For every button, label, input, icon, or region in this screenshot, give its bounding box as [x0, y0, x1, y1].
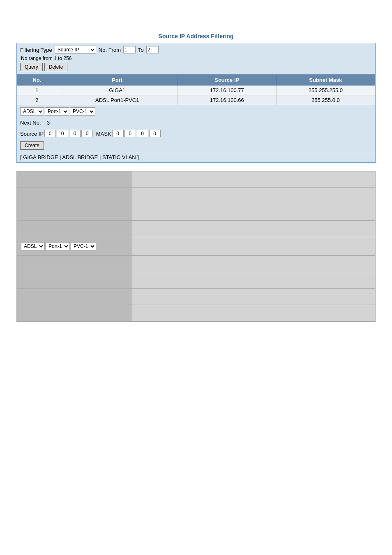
- source-ip-octet1[interactable]: [44, 130, 56, 137]
- table-header-row: No. Port Source IP Subnet Mask: [17, 75, 375, 86]
- footer-links: [ GIGA BRIDGE | ADSL BRIDGE | STATIC VLA…: [17, 152, 375, 162]
- next-no-label: Next No:: [20, 120, 41, 126]
- gray-cell-left: [17, 171, 132, 188]
- gray-pvc-select[interactable]: PVC-1 PVC-2: [71, 242, 96, 250]
- no-from-input[interactable]: [123, 46, 136, 53]
- gray-cell-right: [132, 188, 375, 204]
- source-ip-octet4[interactable]: [81, 130, 93, 137]
- gray-port-row: ADSL GIGA Port-1 Port-2 PVC-1 PVC-2: [21, 242, 128, 250]
- gray-cell-left: [17, 256, 132, 272]
- page-title: Source IP Address Filtering: [16, 33, 376, 39]
- cell-port: GIGA1: [57, 86, 178, 95]
- gray-row: [17, 305, 375, 321]
- port-select-row: ADSL GIGA Port-1 Port-2 Port-3 Port-4 PV…: [17, 105, 375, 118]
- cell-port: ADSL Port1-PVC1: [57, 95, 178, 105]
- gray-cell-right: [132, 221, 375, 237]
- cell-source-ip: 172.16.100.77: [178, 86, 276, 95]
- filtering-type-label: Filtering Type: [20, 47, 52, 53]
- adsl-select[interactable]: ADSL GIGA: [20, 107, 44, 116]
- next-no-row: Next No: 3: [17, 118, 375, 128]
- source-ip-octet2[interactable]: [57, 130, 68, 137]
- pvc-select[interactable]: PVC-1 PVC-2 PVC-3 PVC-4 PVC-5 PVC-6 PVC-…: [70, 107, 95, 116]
- gray-cell-right: [132, 272, 375, 289]
- gray-cell-left-port: ADSL GIGA Port-1 Port-2 PVC-1 PVC-2: [17, 237, 132, 256]
- range-text: No range from 1 to 256: [20, 56, 372, 61]
- main-panel: Filtering Type Source IP Destination IP …: [16, 43, 376, 163]
- gray-cell-left: [17, 221, 132, 237]
- query-button[interactable]: Query: [20, 63, 43, 71]
- gray-cell-left: [17, 204, 132, 221]
- col-source-ip: Source IP: [178, 75, 276, 86]
- gray-cell-left: [17, 272, 132, 289]
- gray-cell-left: [17, 188, 132, 204]
- table-row: 1 GIGA1 172.16.100.77 255.255.255.0: [17, 86, 375, 95]
- cell-no: 2: [17, 95, 57, 105]
- source-ip-label: Source IP: [20, 131, 44, 137]
- gray-cell-right: [132, 256, 375, 272]
- gray-cell-right: [132, 204, 375, 221]
- gray-row: [17, 256, 375, 272]
- gray-adsl-select[interactable]: ADSL GIGA: [21, 242, 45, 250]
- table-row: 2 ADSL Port1-PVC1 172.16.100.66 255.255.…: [17, 95, 375, 105]
- gray-row: [17, 171, 375, 188]
- to-label: To: [138, 47, 144, 53]
- gray-cell-right: [132, 305, 375, 321]
- delete-button[interactable]: Delete: [44, 63, 68, 71]
- mask-label: MASK: [96, 131, 111, 137]
- filter-type-row: Filtering Type Source IP Destination IP …: [20, 46, 372, 54]
- mask-octet3[interactable]: [137, 130, 148, 137]
- mask-octet1[interactable]: [112, 130, 124, 137]
- gray-port-select[interactable]: Port-1 Port-2: [46, 242, 70, 250]
- mask-octet4[interactable]: [149, 130, 161, 137]
- gray-panel: ADSL GIGA Port-1 Port-2 PVC-1 PVC-2: [16, 171, 376, 322]
- next-no-value: 3: [47, 120, 50, 126]
- col-subnet-mask: Subnet Mask: [276, 75, 375, 86]
- gray-cell-right: [132, 171, 375, 188]
- col-port: Port: [57, 75, 178, 86]
- create-row: Create: [17, 139, 375, 152]
- gray-row: [17, 204, 375, 221]
- cell-subnet-mask: 255.255.255.0: [276, 86, 375, 95]
- source-ip-octet3[interactable]: [69, 130, 81, 137]
- mask-octet2[interactable]: [125, 130, 136, 137]
- gray-table: ADSL GIGA Port-1 Port-2 PVC-1 PVC-2: [17, 171, 375, 321]
- create-button[interactable]: Create: [20, 141, 44, 150]
- cell-source-ip: 172.16.100.66: [178, 95, 276, 105]
- gray-row: [17, 221, 375, 237]
- gray-row: [17, 188, 375, 204]
- col-no: No.: [17, 75, 57, 86]
- gray-cell-left: [17, 305, 132, 321]
- gray-row-port: ADSL GIGA Port-1 Port-2 PVC-1 PVC-2: [17, 237, 375, 256]
- port-select[interactable]: Port-1 Port-2 Port-3 Port-4: [45, 107, 69, 116]
- gray-cell-right: [132, 289, 375, 305]
- gray-row: [17, 272, 375, 289]
- gray-cell-left: [17, 289, 132, 305]
- filtering-type-select[interactable]: Source IP Destination IP: [55, 46, 96, 54]
- button-row: Query Delete: [20, 63, 372, 73]
- gray-cell-right-port: [132, 237, 375, 256]
- filter-header: Filtering Type Source IP Destination IP …: [17, 43, 375, 74]
- source-ip-row: Source IP MASK: [17, 128, 375, 139]
- to-input[interactable]: [146, 46, 159, 53]
- cell-no: 1: [17, 86, 57, 95]
- gray-row: [17, 289, 375, 305]
- no-from-label: No. From: [99, 47, 121, 53]
- data-table: No. Port Source IP Subnet Mask 1 GIGA1 1…: [17, 74, 375, 105]
- cell-subnet-mask: 255.255.0.0: [276, 95, 375, 105]
